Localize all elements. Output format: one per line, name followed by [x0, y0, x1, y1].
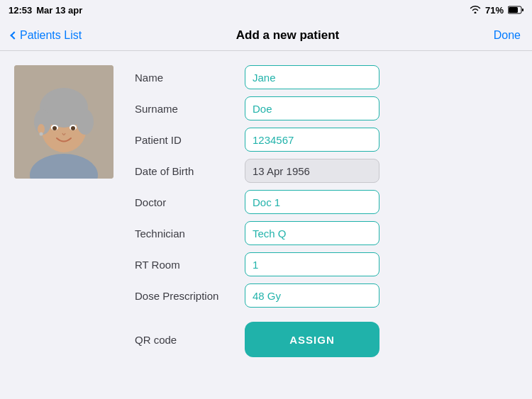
svg-point-9 [77, 109, 94, 135]
rt-room-input[interactable] [245, 252, 379, 276]
rt-room-label: RT Room [135, 259, 245, 271]
patient-id-input[interactable] [245, 128, 379, 152]
name-label: Name [135, 72, 245, 84]
svg-rect-1 [509, 7, 518, 13]
status-bar: 12:53 Mar 13 apr 71% [0, 0, 532, 20]
dose-prescription-input[interactable] [245, 283, 379, 308]
dob-field[interactable]: 13 Apr 1956 [245, 159, 379, 183]
battery-percent: 71% [485, 5, 504, 16]
back-button[interactable]: Patients List [11, 29, 82, 42]
dob-row: Date of Birth 13 Apr 1956 [135, 159, 518, 183]
svg-rect-2 [522, 9, 523, 11]
svg-point-13 [71, 126, 75, 130]
wifi-icon [470, 5, 481, 16]
qr-code-label: QR code [135, 334, 245, 346]
technician-label: Technician [135, 227, 245, 240]
status-bar-right: 71% [470, 5, 523, 16]
chevron-left-icon [10, 31, 18, 39]
dose-prescription-label: Dose Prescription [135, 290, 245, 302]
doctor-row: Doctor [135, 190, 518, 214]
assign-button[interactable]: ASSIGN [245, 322, 379, 357]
battery-icon [508, 6, 523, 14]
date: Mar 13 apr [36, 5, 82, 16]
status-bar-left: 12:53 Mar 13 apr [9, 5, 82, 16]
nav-bar: Patients List Add a new patient Done [0, 20, 532, 51]
name-input[interactable] [245, 65, 379, 89]
dose-prescription-row: Dose Prescription [135, 283, 518, 308]
doctor-label: Doctor [135, 196, 245, 208]
patient-id-row: Patient ID [135, 128, 518, 152]
dob-label: Date of Birth [135, 165, 245, 177]
svg-point-12 [52, 126, 57, 130]
main-content: Name Surname Patient ID Date of Birth 13… [0, 51, 532, 399]
patient-id-label: Patient ID [135, 134, 245, 146]
qr-code-row: QR code ASSIGN [135, 322, 518, 357]
done-button[interactable]: Done [494, 29, 521, 42]
dob-value: 13 Apr 1956 [253, 165, 310, 177]
avatar-section [14, 65, 113, 385]
avatar [14, 65, 113, 179]
form-section: Name Surname Patient ID Date of Birth 13… [135, 65, 518, 385]
surname-input[interactable] [245, 96, 379, 120]
doctor-input[interactable] [245, 190, 379, 214]
svg-point-15 [40, 133, 43, 136]
back-label: Patients List [20, 29, 82, 42]
page-title: Add a new patient [236, 28, 339, 43]
surname-label: Surname [135, 103, 245, 115]
rt-room-row: RT Room [135, 252, 518, 276]
surname-row: Surname [135, 96, 518, 120]
name-row: Name [135, 65, 518, 89]
technician-row: Technician [135, 221, 518, 245]
technician-input[interactable] [245, 221, 379, 245]
time: 12:53 [9, 5, 32, 16]
